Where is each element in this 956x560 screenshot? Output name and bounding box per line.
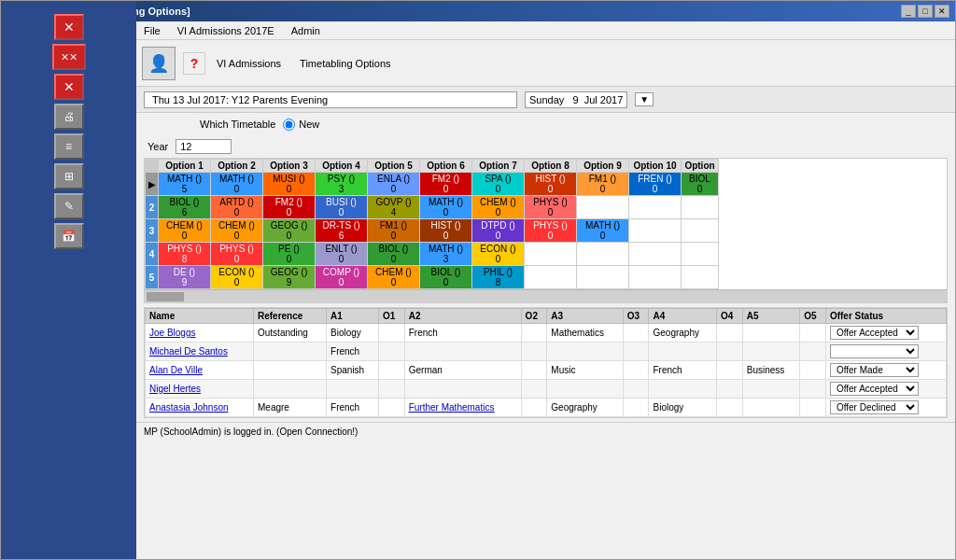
scroll-thumb[interactable] [147,292,184,301]
student-a1-5: French [327,399,379,417]
calendar-btn[interactable]: 📅 [54,223,84,249]
r4-opt2[interactable]: PHYS ()0 [211,243,263,266]
row-num-4: 4 [146,243,159,266]
menu-vi-admissions[interactable]: VI Admissions 2017E [174,24,278,37]
r1-opt1[interactable]: MATH ()5 [159,173,211,196]
r2-opt4[interactable]: BUSI ()0 [316,196,368,219]
offer-status-dropdown-3[interactable]: Offer Made Offer Accepted Offer Declined [830,363,919,377]
timetabling-label[interactable]: Timetabling Options [300,58,390,69]
r1-opt6[interactable]: FM2 ()0 [420,173,472,196]
status-bar: MP (SchoolAdmin) is logged in. (Open Con… [136,422,955,441]
r1-opt7[interactable]: SPA ()0 [472,173,525,196]
student-name-2[interactable]: Michael De Santos [146,343,254,361]
student-row-4: Nigel Hertes [146,380,947,399]
r3-opt5[interactable]: FM1 ()0 [368,219,420,243]
r1-opt8[interactable]: HIST ()0 [525,173,577,196]
r1-opt10[interactable]: FREN ()0 [629,173,682,196]
minimize-button[interactable]: _ [901,5,916,18]
edit-btn[interactable]: ✎ [54,193,84,219]
student-o5-4 [800,380,826,399]
r2-opt7[interactable]: CHEM ()0 [472,196,525,219]
grid-btn[interactable]: ⊞ [54,163,84,189]
student-a4-3: French [649,361,717,380]
r3-opt2[interactable]: CHEM ()0 [211,219,263,243]
r3-opt4[interactable]: DR-TS ()6 [316,219,368,243]
student-ref-5: Meagre [253,399,326,417]
r3-opt1[interactable]: CHEM ()0 [159,219,211,243]
r1-opt4[interactable]: PSY ()3 [316,173,368,196]
r2-opt2[interactable]: ARTD ()0 [211,196,263,219]
r5-opt7[interactable]: PHIL ()8 [472,266,525,289]
r2-opt1[interactable]: BIOL ()6 [159,196,211,219]
r1-opt3[interactable]: MUSI ()0 [263,173,316,196]
close-icon-btn[interactable]: ✕ [54,21,84,40]
r1-opt11[interactable]: BIOL0 [682,173,719,196]
close-all-btn[interactable]: ✕✕ [52,44,86,70]
new-radio[interactable] [283,119,295,131]
year-input[interactable] [176,139,232,154]
menu-admin[interactable]: Admin [288,24,324,37]
r4-opt4[interactable]: ENLT ()0 [316,243,368,266]
r3-opt6[interactable]: HIST ()0 [420,219,472,243]
r3-opt8[interactable]: PHYS ()0 [525,219,577,243]
student-offer-5[interactable]: Offer Declined Offer Accepted Offer Made [825,399,946,417]
r1-opt5[interactable]: ENLA ()0 [368,173,420,196]
vi-admissions-label[interactable]: VI Admissions [217,58,281,69]
r2-opt6[interactable]: MATH ()0 [420,196,472,219]
maximize-button[interactable]: □ [918,5,933,18]
student-name-3[interactable]: Alan De Ville [146,361,254,380]
row-num-2: 2 [146,196,159,219]
student-name-4[interactable]: Nigel Hertes [146,380,254,399]
student-name-1[interactable]: Joe Bloggs [146,324,254,343]
student-offer-4[interactable]: Offer Accepted Offer Made Offer Declined [825,380,946,399]
r2-opt8[interactable]: PHYS ()0 [525,196,577,219]
year-label: Year [148,141,168,152]
r3-opt3[interactable]: GEOG ()0 [263,219,316,243]
r5-opt1[interactable]: DE ()9 [159,266,211,289]
avatar: 👤 [142,47,176,80]
col-opt2: Option 2 [211,160,263,173]
r3-opt9[interactable]: MATH ()0 [577,219,629,243]
r2-opt5[interactable]: GOVP ()4 [368,196,420,219]
print-btn[interactable]: 🖨 [54,104,84,130]
toolbar: 👤 ? VI Admissions Timetabling Options [136,40,955,87]
r5-opt4[interactable]: COMP ()0 [316,266,368,289]
student-name-5[interactable]: Anastasia Johnson [146,399,254,417]
col-a2: A2 [404,309,521,324]
offer-status-dropdown-4[interactable]: Offer Accepted Offer Made Offer Declined [830,382,919,396]
remove-btn[interactable]: ✕ [54,74,84,100]
col-opt6: Option 6 [420,160,472,173]
r4-opt1[interactable]: PHYS ()8 [159,243,211,266]
r2-opt3[interactable]: FM2 ()0 [263,196,316,219]
student-o3-3 [623,361,649,380]
col-opt1: Option 1 [159,160,211,173]
r5-opt5[interactable]: CHEM ()0 [368,266,420,289]
r4-opt5[interactable]: BIOL ()0 [368,243,420,266]
date-dropdown[interactable]: ▼ [635,92,654,106]
menu-file[interactable]: File [140,24,164,37]
offer-status-dropdown-1[interactable]: Offer Accepted Offer Made Offer Declined [830,326,919,340]
r4-opt7[interactable]: ECON ()0 [472,243,525,266]
r5-opt3[interactable]: GEOG ()9 [263,266,316,289]
help-icon[interactable]: ? [183,52,205,75]
r5-opt6[interactable]: BIOL ()0 [420,266,472,289]
student-offer-3[interactable]: Offer Made Offer Accepted Offer Declined [825,361,946,380]
student-offer-2[interactable]: Offer Accepted Offer Made Offer Declined [825,343,946,361]
student-a2-5[interactable]: Further Mathematics [404,399,521,417]
close-button[interactable]: ✕ [935,5,949,18]
r1-opt9[interactable]: FM1 ()0 [577,173,629,196]
r4-opt3[interactable]: PE ()0 [263,243,316,266]
main-content: File VI Admissions 2017E Admin 👤 ? VI Ad… [136,21,955,559]
student-o1-1 [379,324,405,343]
r1-opt2[interactable]: MATH ()0 [211,173,263,196]
student-offer-1[interactable]: Offer Accepted Offer Made Offer Declined [825,324,946,343]
r5-opt2[interactable]: ECON ()0 [211,266,263,289]
grid-scrollbar[interactable] [145,289,947,302]
r3-opt7[interactable]: DTPD ()0 [472,219,525,243]
r4-opt6[interactable]: MATH ()3 [420,243,472,266]
student-ref-2 [253,343,326,361]
list-btn[interactable]: ≡ [54,133,84,160]
row-num-5: 5 [146,266,159,289]
offer-status-dropdown-2[interactable]: Offer Accepted Offer Made Offer Declined [830,344,919,358]
offer-status-dropdown-5[interactable]: Offer Declined Offer Accepted Offer Made [830,400,919,414]
